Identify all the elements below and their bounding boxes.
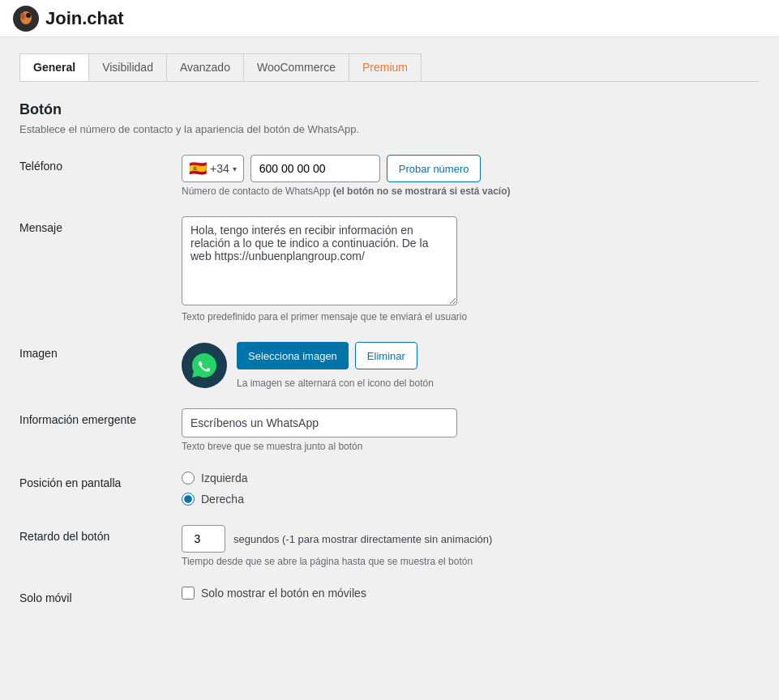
label-imagen: Imagen (19, 342, 165, 360)
imagen-btns-row: Selecciona imagen Eliminar (237, 342, 434, 369)
eliminar-button[interactable]: Eliminar (355, 342, 417, 369)
retardo-suffix: segundos (-1 para mostrar directamente s… (233, 533, 492, 545)
radio-izquierda-input[interactable] (182, 472, 195, 484)
flag-icon: 🇪🇸 (189, 160, 207, 177)
telefono-note: Número de contacto de WhatsApp (el botón… (182, 186, 760, 197)
selecciona-imagen-button[interactable]: Selecciona imagen (237, 342, 349, 369)
form-row-imagen: Imagen Selecciona imagen Eliminar La ima… (19, 342, 760, 389)
form-row-info-emergente: Información emergente Texto breve que se… (19, 408, 760, 452)
tab-premium[interactable]: Premium (349, 53, 422, 81)
mensaje-textarea[interactable]: Hola, tengo interés en recibir informaci… (182, 216, 457, 305)
radio-derecha-input[interactable] (182, 493, 195, 506)
whatsapp-preview-icon (182, 343, 227, 388)
country-selector[interactable]: 🇪🇸 +34 ▾ (182, 155, 244, 182)
chevron-down-icon: ▾ (233, 164, 237, 173)
tab-general[interactable]: General (19, 53, 89, 81)
radio-izquierda[interactable]: Izquierda (182, 472, 760, 484)
svg-point-2 (20, 13, 25, 19)
info-emergente-note: Texto breve que se muestra junto al botó… (182, 441, 760, 452)
info-emergente-input[interactable] (182, 408, 457, 438)
tab-woocommerce[interactable]: WooCommerce (243, 53, 349, 81)
solo-movil-checkbox[interactable] (182, 587, 195, 600)
label-info-emergente: Información emergente (19, 408, 165, 426)
tabs: General Visibilidad Avanzado WooCommerce… (19, 53, 760, 82)
delay-row: segundos (-1 para mostrar directamente s… (182, 525, 760, 553)
label-retardo: Retardo del botón (19, 525, 165, 543)
solo-movil-label: Solo mostrar el botón en móviles (201, 587, 366, 600)
form-row-retardo: Retardo del botón segundos (-1 para most… (19, 525, 760, 567)
retardo-note: Tiempo desde que se abre la página hasta… (182, 556, 760, 567)
control-mensaje: Hola, tengo interés en recibir informaci… (182, 216, 760, 322)
retardo-input[interactable] (182, 525, 225, 553)
mensaje-note: Texto predefinido para el primer mensaje… (182, 311, 760, 322)
control-solo-movil: Solo mostrar el botón en móviles (182, 587, 760, 600)
control-telefono: 🇪🇸 +34 ▾ Probar número Número de contact… (182, 155, 760, 197)
imagen-note: La imagen se alternará con el icono del … (237, 378, 434, 389)
imagen-buttons: Selecciona imagen Eliminar La imagen se … (237, 342, 434, 389)
label-solo-movil: Solo móvil (19, 587, 165, 604)
control-imagen: Selecciona imagen Eliminar La imagen se … (182, 342, 760, 389)
control-info-emergente: Texto breve que se muestra junto al botó… (182, 408, 760, 452)
imagen-row: Selecciona imagen Eliminar La imagen se … (182, 342, 760, 389)
label-mensaje: Mensaje (19, 216, 165, 234)
header: Join.chat (0, 0, 779, 37)
form-row-solo-movil: Solo móvil Solo mostrar el botón en móvi… (19, 587, 760, 604)
label-telefono: Teléfono (19, 155, 165, 173)
form-row-posicion: Posición en pantalla Izquierda Derecha (19, 472, 760, 506)
logo-text: Join.chat (45, 8, 124, 29)
section-description: Establece el número de contacto y la apa… (19, 123, 760, 135)
control-retardo: segundos (-1 para mostrar directamente s… (182, 525, 760, 567)
radio-group-posicion: Izquierda Derecha (182, 472, 760, 506)
form-row-mensaje: Mensaje Hola, tengo interés en recibir i… (19, 216, 760, 322)
tab-visibilidad[interactable]: Visibilidad (88, 53, 167, 81)
label-posicion: Posición en pantalla (19, 472, 165, 489)
logo: Join.chat (13, 6, 124, 32)
probar-numero-button[interactable]: Probar número (387, 155, 482, 182)
radio-derecha-label: Derecha (201, 493, 244, 506)
main-content: General Visibilidad Avanzado WooCommerce… (0, 37, 779, 640)
radio-derecha[interactable]: Derecha (182, 493, 760, 506)
radio-izquierda-label: Izquierda (201, 472, 248, 484)
phone-input[interactable] (250, 155, 380, 182)
control-posicion: Izquierda Derecha (182, 472, 760, 506)
solo-movil-checkbox-row[interactable]: Solo mostrar el botón en móviles (182, 587, 760, 600)
phone-row: 🇪🇸 +34 ▾ Probar número (182, 155, 760, 182)
form-row-telefono: Teléfono 🇪🇸 +34 ▾ Probar número Número d… (19, 155, 760, 197)
tab-avanzado[interactable]: Avanzado (166, 53, 244, 81)
country-code: +34 (210, 162, 229, 175)
svg-point-3 (26, 13, 31, 18)
section-title: Botón (19, 101, 760, 118)
logo-icon (13, 6, 39, 32)
